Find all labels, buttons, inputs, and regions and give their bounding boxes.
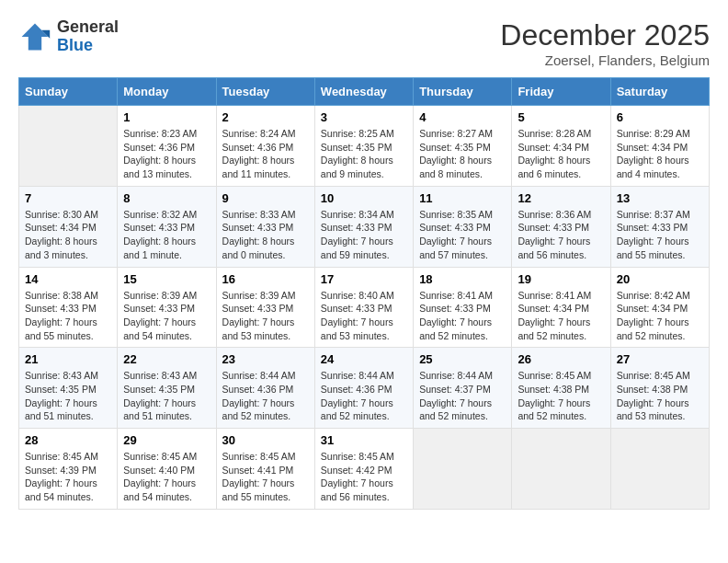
day-detail: Sunrise: 8:38 AMSunset: 4:33 PMDaylight:… bbox=[25, 289, 111, 343]
day-detail: Sunrise: 8:41 AMSunset: 4:34 PMDaylight:… bbox=[518, 289, 604, 343]
col-saturday: Saturday bbox=[610, 78, 709, 106]
col-tuesday: Tuesday bbox=[216, 78, 314, 106]
day-number: 29 bbox=[123, 433, 210, 447]
calendar-cell: 5Sunrise: 8:28 AMSunset: 4:34 PMDaylight… bbox=[512, 106, 610, 187]
day-number: 7 bbox=[25, 191, 111, 205]
day-number: 8 bbox=[123, 191, 210, 205]
day-detail: Sunrise: 8:39 AMSunset: 4:33 PMDaylight:… bbox=[222, 289, 309, 343]
day-detail: Sunrise: 8:32 AMSunset: 4:33 PMDaylight:… bbox=[123, 208, 210, 262]
day-detail: Sunrise: 8:33 AMSunset: 4:33 PMDaylight:… bbox=[222, 208, 309, 262]
calendar-week-row: 1Sunrise: 8:23 AMSunset: 4:36 PMDaylight… bbox=[19, 106, 710, 187]
day-detail: Sunrise: 8:43 AMSunset: 4:35 PMDaylight:… bbox=[123, 369, 210, 423]
calendar-cell: 27Sunrise: 8:45 AMSunset: 4:38 PMDayligh… bbox=[610, 348, 709, 429]
calendar-cell: 16Sunrise: 8:39 AMSunset: 4:33 PMDayligh… bbox=[216, 267, 314, 348]
calendar-cell: 12Sunrise: 8:36 AMSunset: 4:33 PMDayligh… bbox=[512, 186, 610, 267]
logo-text: General Blue bbox=[57, 18, 119, 55]
day-number: 20 bbox=[617, 272, 703, 286]
day-detail: Sunrise: 8:44 AMSunset: 4:36 PMDaylight:… bbox=[321, 369, 407, 423]
day-number: 18 bbox=[419, 272, 506, 286]
day-detail: Sunrise: 8:44 AMSunset: 4:37 PMDaylight:… bbox=[419, 369, 506, 423]
col-monday: Monday bbox=[118, 78, 216, 106]
day-number: 19 bbox=[518, 272, 604, 286]
day-number: 12 bbox=[518, 191, 604, 205]
day-number: 10 bbox=[321, 191, 407, 205]
day-number: 4 bbox=[419, 110, 506, 124]
calendar-week-row: 7Sunrise: 8:30 AMSunset: 4:34 PMDaylight… bbox=[19, 186, 710, 267]
day-number: 9 bbox=[222, 191, 309, 205]
calendar-week-row: 21Sunrise: 8:43 AMSunset: 4:35 PMDayligh… bbox=[19, 348, 710, 429]
calendar-cell: 22Sunrise: 8:43 AMSunset: 4:35 PMDayligh… bbox=[118, 348, 216, 429]
calendar-week-row: 28Sunrise: 8:45 AMSunset: 4:39 PMDayligh… bbox=[19, 429, 710, 510]
day-number: 5 bbox=[518, 110, 604, 124]
calendar-cell bbox=[512, 429, 610, 510]
calendar-cell: 29Sunrise: 8:45 AMSunset: 4:40 PMDayligh… bbox=[118, 429, 216, 510]
day-detail: Sunrise: 8:43 AMSunset: 4:35 PMDaylight:… bbox=[25, 369, 111, 423]
calendar-cell: 6Sunrise: 8:29 AMSunset: 4:34 PMDaylight… bbox=[610, 106, 709, 187]
day-number: 13 bbox=[617, 191, 703, 205]
day-detail: Sunrise: 8:45 AMSunset: 4:39 PMDaylight:… bbox=[25, 450, 111, 504]
calendar-cell: 3Sunrise: 8:25 AMSunset: 4:35 PMDaylight… bbox=[314, 106, 413, 187]
day-number: 3 bbox=[321, 110, 407, 124]
day-detail: Sunrise: 8:42 AMSunset: 4:34 PMDaylight:… bbox=[617, 289, 703, 343]
col-sunday: Sunday bbox=[19, 78, 118, 106]
logo-icon bbox=[18, 20, 51, 53]
location: Zoersel, Flanders, Belgium bbox=[500, 52, 710, 68]
calendar-cell: 31Sunrise: 8:45 AMSunset: 4:42 PMDayligh… bbox=[314, 429, 413, 510]
day-detail: Sunrise: 8:45 AMSunset: 4:38 PMDaylight:… bbox=[518, 369, 604, 423]
day-detail: Sunrise: 8:36 AMSunset: 4:33 PMDaylight:… bbox=[518, 208, 604, 262]
day-detail: Sunrise: 8:24 AMSunset: 4:36 PMDaylight:… bbox=[222, 127, 309, 181]
calendar-cell: 23Sunrise: 8:44 AMSunset: 4:36 PMDayligh… bbox=[216, 348, 314, 429]
month-title: December 2025 bbox=[500, 18, 710, 52]
calendar-cell: 7Sunrise: 8:30 AMSunset: 4:34 PMDaylight… bbox=[19, 186, 118, 267]
svg-marker-0 bbox=[22, 23, 49, 50]
calendar-cell: 20Sunrise: 8:42 AMSunset: 4:34 PMDayligh… bbox=[610, 267, 709, 348]
calendar-cell: 30Sunrise: 8:45 AMSunset: 4:41 PMDayligh… bbox=[216, 429, 314, 510]
day-number: 27 bbox=[617, 352, 703, 366]
calendar-cell: 14Sunrise: 8:38 AMSunset: 4:33 PMDayligh… bbox=[19, 267, 118, 348]
day-detail: Sunrise: 8:44 AMSunset: 4:36 PMDaylight:… bbox=[222, 369, 309, 423]
calendar-cell: 15Sunrise: 8:39 AMSunset: 4:33 PMDayligh… bbox=[118, 267, 216, 348]
calendar-cell bbox=[414, 429, 512, 510]
day-number: 22 bbox=[123, 352, 210, 366]
calendar-cell: 4Sunrise: 8:27 AMSunset: 4:35 PMDaylight… bbox=[414, 106, 512, 187]
day-number: 16 bbox=[222, 272, 309, 286]
day-number: 6 bbox=[617, 110, 703, 124]
day-detail: Sunrise: 8:39 AMSunset: 4:33 PMDaylight:… bbox=[123, 289, 210, 343]
day-detail: Sunrise: 8:29 AMSunset: 4:34 PMDaylight:… bbox=[617, 127, 703, 181]
day-detail: Sunrise: 8:28 AMSunset: 4:34 PMDaylight:… bbox=[518, 127, 604, 181]
day-number: 1 bbox=[123, 110, 210, 124]
page-header: General Blue December 2025 Zoersel, Flan… bbox=[18, 18, 710, 68]
day-number: 26 bbox=[518, 352, 604, 366]
day-detail: Sunrise: 8:45 AMSunset: 4:42 PMDaylight:… bbox=[321, 450, 407, 504]
calendar-cell: 28Sunrise: 8:45 AMSunset: 4:39 PMDayligh… bbox=[19, 429, 118, 510]
day-detail: Sunrise: 8:35 AMSunset: 4:33 PMDaylight:… bbox=[419, 208, 506, 262]
day-number: 31 bbox=[321, 433, 407, 447]
day-number: 23 bbox=[222, 352, 309, 366]
day-detail: Sunrise: 8:23 AMSunset: 4:36 PMDaylight:… bbox=[123, 127, 210, 181]
calendar-cell: 21Sunrise: 8:43 AMSunset: 4:35 PMDayligh… bbox=[19, 348, 118, 429]
calendar-cell: 9Sunrise: 8:33 AMSunset: 4:33 PMDaylight… bbox=[216, 186, 314, 267]
calendar-cell: 10Sunrise: 8:34 AMSunset: 4:33 PMDayligh… bbox=[314, 186, 413, 267]
calendar-cell: 1Sunrise: 8:23 AMSunset: 4:36 PMDaylight… bbox=[118, 106, 216, 187]
day-detail: Sunrise: 8:41 AMSunset: 4:33 PMDaylight:… bbox=[419, 289, 506, 343]
day-number: 14 bbox=[25, 272, 111, 286]
calendar-cell: 25Sunrise: 8:44 AMSunset: 4:37 PMDayligh… bbox=[414, 348, 512, 429]
logo: General Blue bbox=[18, 18, 119, 55]
calendar-cell: 8Sunrise: 8:32 AMSunset: 4:33 PMDaylight… bbox=[118, 186, 216, 267]
calendar-cell: 19Sunrise: 8:41 AMSunset: 4:34 PMDayligh… bbox=[512, 267, 610, 348]
day-detail: Sunrise: 8:27 AMSunset: 4:35 PMDaylight:… bbox=[419, 127, 506, 181]
col-wednesday: Wednesday bbox=[314, 78, 413, 106]
calendar-cell: 24Sunrise: 8:44 AMSunset: 4:36 PMDayligh… bbox=[314, 348, 413, 429]
calendar-header-row: Sunday Monday Tuesday Wednesday Thursday… bbox=[19, 78, 710, 106]
day-detail: Sunrise: 8:45 AMSunset: 4:40 PMDaylight:… bbox=[123, 450, 210, 504]
calendar-cell: 11Sunrise: 8:35 AMSunset: 4:33 PMDayligh… bbox=[414, 186, 512, 267]
day-number: 28 bbox=[25, 433, 111, 447]
day-number: 17 bbox=[321, 272, 407, 286]
calendar-cell: 18Sunrise: 8:41 AMSunset: 4:33 PMDayligh… bbox=[414, 267, 512, 348]
day-detail: Sunrise: 8:45 AMSunset: 4:41 PMDaylight:… bbox=[222, 450, 309, 504]
title-block: December 2025 Zoersel, Flanders, Belgium bbox=[500, 18, 710, 68]
day-number: 2 bbox=[222, 110, 309, 124]
col-friday: Friday bbox=[512, 78, 610, 106]
day-detail: Sunrise: 8:40 AMSunset: 4:33 PMDaylight:… bbox=[321, 289, 407, 343]
day-detail: Sunrise: 8:37 AMSunset: 4:33 PMDaylight:… bbox=[617, 208, 703, 262]
